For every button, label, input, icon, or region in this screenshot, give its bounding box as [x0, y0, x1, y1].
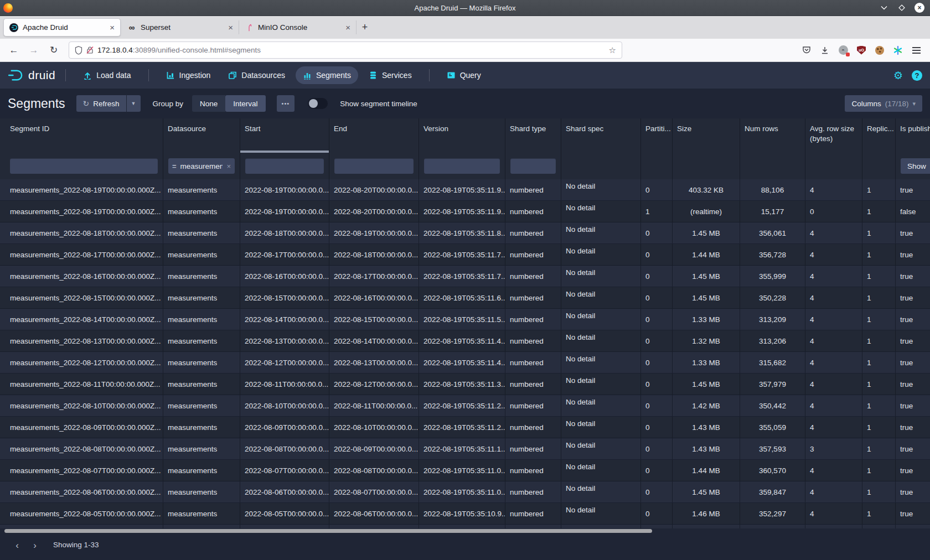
reload-button[interactable]: ↻: [45, 42, 62, 59]
table-row[interactable]: measurements_2022-08-17T00:00:00.000Z...…: [0, 244, 930, 266]
tab-close-icon[interactable]: ×: [345, 23, 350, 32]
nav-item-segments[interactable]: Segments: [296, 66, 358, 84]
cell-shard_type: numbered: [505, 374, 561, 395]
nav-item-services[interactable]: Services: [361, 66, 419, 84]
tab-superset[interactable]: ∞ Superset ×: [122, 20, 239, 34]
filter-input-shard_type[interactable]: [510, 158, 556, 174]
insecure-lock-icon[interactable]: [86, 46, 94, 54]
nav-item-ingestion[interactable]: Ingestion: [159, 66, 218, 84]
table-row[interactable]: measurements_2022-08-12T00:00:00.000Z...…: [0, 352, 930, 374]
table-row[interactable]: measurements_2022-08-10T00:00:00.000Z...…: [0, 395, 930, 417]
cell-replicas: 1: [862, 460, 896, 481]
cell-replicas: 1: [862, 309, 896, 330]
is-published-filter-select[interactable]: Show: [901, 158, 930, 174]
group-by-interval-button[interactable]: Interval: [225, 95, 265, 112]
table-row[interactable]: measurements_2022-08-13T00:00:00.000Z...…: [0, 330, 930, 352]
filter-input-segment_id[interactable]: [10, 158, 158, 174]
column-header-size[interactable]: Size: [673, 118, 740, 153]
settings-gear-icon[interactable]: ⚙: [893, 69, 903, 82]
tab-minio-console[interactable]: MinIO Console ×: [239, 20, 356, 34]
columns-dropdown-button[interactable]: Columns (17/18) ▾: [845, 95, 922, 112]
table-row[interactable]: measurements_2022-08-16T00:00:00.000Z...…: [0, 266, 930, 287]
column-header-is_published[interactable]: Is published: [896, 118, 930, 153]
ublock-origin-icon[interactable]: uO: [856, 45, 866, 55]
table-row[interactable]: measurements_2022-08-05T00:00:00.000Z...…: [0, 503, 930, 525]
cell-shard_spec: No detail: [561, 244, 641, 265]
close-window-button[interactable]: ×: [914, 3, 924, 13]
column-header-partition[interactable]: Partiti...: [641, 118, 673, 153]
back-button[interactable]: ←: [6, 42, 22, 59]
cell-shard_type: numbered: [505, 266, 561, 287]
filter-input-start[interactable]: [245, 158, 324, 174]
tracking-shield-icon[interactable]: [75, 46, 82, 55]
column-header-shard_spec[interactable]: Shard spec: [561, 118, 641, 153]
column-header-datasource[interactable]: Datasource: [163, 118, 240, 153]
tab-close-icon[interactable]: ×: [228, 23, 233, 32]
table-row[interactable]: measurements_2022-08-08T00:00:00.000Z...…: [0, 438, 930, 460]
filter-input-end[interactable]: [334, 158, 414, 174]
remove-filter-icon[interactable]: ×: [226, 162, 231, 170]
nav-item-load-data[interactable]: Load data: [76, 66, 138, 84]
container-extension-icon[interactable]: ◓: [838, 45, 848, 55]
refresh-button[interactable]: ↻ Refresh: [76, 95, 126, 112]
cell-version: 2022-08-19T05:35:11.3...: [419, 374, 505, 395]
new-tab-button[interactable]: +: [356, 16, 373, 39]
druid-tab-icon: [9, 23, 18, 32]
datasource-filter-chip[interactable]: =measurements×: [168, 158, 235, 174]
next-page-button[interactable]: ›: [28, 539, 42, 552]
cell-datasource: measurements: [163, 352, 240, 373]
table-row[interactable]: measurements_2022-08-09T00:00:00.000Z...…: [0, 417, 930, 438]
column-header-shard_type[interactable]: Shard type: [505, 118, 561, 153]
maximize-button[interactable]: [897, 3, 907, 13]
tab-close-icon[interactable]: ×: [110, 23, 115, 32]
column-header-start[interactable]: Start: [240, 118, 329, 153]
cookie-extension-icon[interactable]: [875, 45, 885, 55]
help-icon[interactable]: ?: [912, 70, 922, 81]
cell-shard_spec: No detail: [561, 201, 641, 222]
column-header-version[interactable]: Version: [419, 118, 505, 153]
columns-label: Columns: [851, 100, 881, 108]
column-header-segment_id[interactable]: Segment ID: [0, 118, 163, 153]
colorful-asterisk-extension-icon[interactable]: [893, 45, 903, 55]
column-header-end[interactable]: End: [329, 118, 419, 153]
tab-label: Superset: [141, 23, 170, 32]
column-header-replicas[interactable]: Replic...: [862, 118, 896, 153]
segment-timeline-toggle[interactable]: [308, 98, 328, 109]
druid-brand[interactable]: druid: [8, 69, 55, 82]
filter-cell-is_published: Show: [896, 153, 930, 179]
address-bar[interactable]: 172.18.0.4:30899/unified-console.html#se…: [69, 42, 622, 59]
table-row[interactable]: measurements_2022-08-19T00:00:00.000Z...…: [0, 179, 930, 201]
nav-item-query[interactable]: Query: [440, 66, 488, 84]
minimize-button[interactable]: [879, 3, 889, 13]
cell-num_rows: 15,177: [740, 201, 805, 222]
pocket-icon[interactable]: [802, 45, 812, 55]
scrollbar-thumb[interactable]: [4, 529, 652, 533]
downloads-icon[interactable]: [820, 45, 830, 55]
nav-item-datasources[interactable]: Datasources: [221, 66, 292, 84]
table-row[interactable]: measurements_2022-08-14T00:00:00.000Z...…: [0, 309, 930, 330]
forward-button[interactable]: →: [25, 42, 42, 59]
filter-input-version[interactable]: [424, 158, 500, 174]
cell-partition: 1: [641, 201, 673, 222]
column-header-num_rows[interactable]: Num rows: [740, 118, 805, 153]
table-row[interactable]: measurements_2022-08-11T00:00:00.000Z...…: [0, 374, 930, 395]
cell-shard_type: numbered: [505, 201, 561, 222]
cell-num_rows: 357,593: [740, 438, 805, 459]
cell-partition: 0: [641, 460, 673, 481]
previous-page-button[interactable]: ‹: [10, 539, 24, 552]
cell-partition: 0: [641, 438, 673, 459]
table-row[interactable]: measurements_2022-08-19T00:00:00.000Z...…: [0, 201, 930, 222]
column-header-avg_row_size[interactable]: Avg. row size (bytes): [805, 118, 862, 153]
cell-segment_id: measurements_2022-08-06T00:00:00.000Z...: [0, 481, 163, 502]
cell-partition: 0: [641, 309, 673, 330]
table-row[interactable]: measurements_2022-08-18T00:00:00.000Z...…: [0, 222, 930, 244]
more-options-button[interactable]: •••: [277, 95, 295, 112]
menu-icon[interactable]: [911, 45, 921, 55]
refresh-options-caret-button[interactable]: ▼: [127, 95, 141, 112]
tab-apache-druid[interactable]: Apache Druid ×: [3, 18, 121, 37]
table-row[interactable]: measurements_2022-08-06T00:00:00.000Z...…: [0, 481, 930, 503]
bookmark-star-icon[interactable]: ☆: [609, 45, 616, 55]
group-by-none-button[interactable]: None: [192, 95, 225, 112]
table-row[interactable]: measurements_2022-08-15T00:00:00.000Z...…: [0, 287, 930, 309]
table-row[interactable]: measurements_2022-08-07T00:00:00.000Z...…: [0, 460, 930, 481]
